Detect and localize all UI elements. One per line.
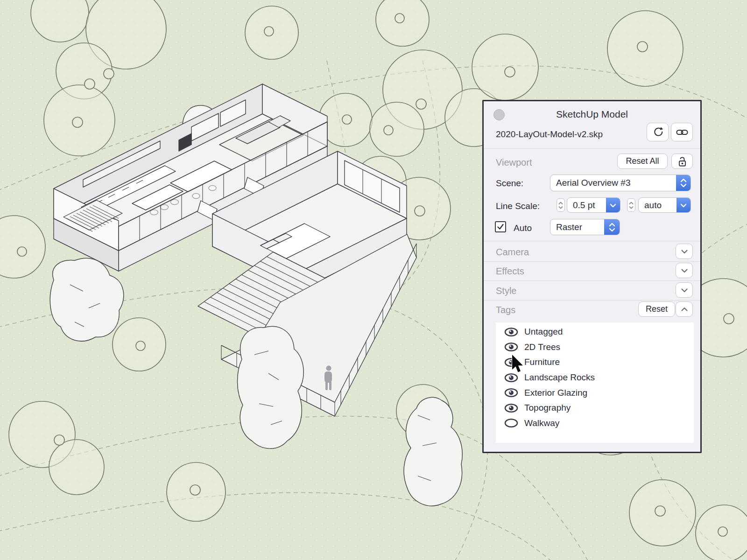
style-section-label: Style — [496, 285, 516, 296]
tag-row[interactable]: Exterior Glazing — [496, 385, 694, 400]
auto-label: Auto — [514, 223, 532, 233]
tags-reset-label: Reset — [646, 304, 668, 314]
effects-section-label: Effects — [496, 266, 524, 277]
chevron-down-icon — [677, 198, 691, 212]
model-filename: 2020-LayOut-Model-v2.skp — [496, 129, 603, 140]
tag-row[interactable]: Untagged — [496, 324, 694, 340]
effects-expand-button[interactable] — [676, 263, 693, 278]
sketchup-model-panel: SketchUp Model 2020-LayOut-Model-v2.skp … — [482, 100, 702, 453]
divider — [484, 241, 700, 241]
tag-label: Landscape Rocks — [524, 372, 595, 383]
chevron-down-icon — [606, 198, 620, 212]
eye-visible-icon[interactable] — [504, 327, 518, 337]
chevron-up-down-icon — [676, 175, 691, 191]
tag-label: Untagged — [524, 327, 563, 337]
divider — [484, 148, 700, 149]
chevron-up-down-icon — [604, 219, 620, 235]
line-scale-label: Line Scale: — [496, 201, 540, 211]
eye-visible-icon[interactable] — [504, 342, 518, 352]
stepper-chevrons-icon — [628, 200, 634, 210]
link-icon — [675, 126, 689, 139]
render-mode-select[interactable]: Raster — [550, 219, 620, 235]
auto-checkbox[interactable] — [495, 221, 506, 232]
line-scale-size-value: 0.5 pt — [567, 198, 606, 212]
line-scale-size-select[interactable]: 0.5 pt — [567, 197, 620, 213]
panel-title: SketchUp Model — [484, 109, 700, 120]
line-scale-mode-stepper[interactable] — [627, 198, 635, 212]
camera-expand-button[interactable] — [676, 244, 693, 259]
tag-label: Topography — [524, 403, 571, 413]
reset-all-label: Reset All — [626, 156, 659, 166]
chevron-down-icon — [679, 285, 690, 295]
cursor-arrow — [511, 354, 526, 375]
tag-label: 2D Trees — [524, 342, 560, 352]
eye-visible-icon[interactable] — [504, 403, 518, 413]
eye-hidden-icon[interactable] — [504, 418, 518, 428]
scene-value: Aerial Overview #3 — [550, 175, 676, 191]
stepper-chevrons-icon — [558, 200, 564, 210]
chevron-down-icon — [679, 266, 690, 276]
refresh-icon — [651, 126, 664, 139]
tags-collapse-button[interactable] — [676, 301, 693, 317]
line-scale-mode-select[interactable]: auto — [638, 197, 691, 213]
tags-section-label: Tags — [496, 304, 515, 315]
scene-label: Scene: — [496, 178, 523, 189]
tag-label: Walkway — [524, 418, 559, 428]
tags-reset-button[interactable]: Reset — [638, 301, 675, 317]
tag-row[interactable]: 2D Trees — [496, 340, 694, 355]
lock-viewport-button[interactable] — [671, 154, 693, 169]
eye-visible-icon[interactable] — [504, 388, 518, 398]
reset-all-button[interactable]: Reset All — [617, 154, 668, 169]
refresh-model-button[interactable] — [647, 123, 669, 141]
tag-row[interactable]: Topography — [496, 400, 694, 416]
lock-unlocked-icon — [676, 155, 688, 168]
tags-list: Untagged 2D Trees Furniture Landscape Ro… — [496, 322, 694, 443]
line-scale-stepper[interactable] — [557, 198, 565, 212]
camera-section-label: Camera — [496, 246, 529, 258]
tag-label: Furniture — [524, 357, 560, 367]
tag-row[interactable]: Walkway — [496, 416, 694, 431]
render-mode-value: Raster — [550, 219, 604, 235]
style-expand-button[interactable] — [676, 282, 693, 298]
line-scale-mode-value: auto — [639, 198, 677, 212]
link-reference-button[interactable] — [671, 123, 693, 141]
checkbox-check-icon — [496, 223, 505, 231]
chevron-down-icon — [679, 246, 690, 257]
divider — [484, 300, 700, 301]
scene-select[interactable]: Aerial Overview #3 — [550, 175, 691, 191]
divider — [484, 261, 700, 262]
layout-canvas: SketchUp Model 2020-LayOut-Model-v2.skp … — [0, 0, 747, 560]
viewport-section-label: Viewport — [496, 157, 532, 168]
divider — [484, 280, 700, 281]
chevron-up-icon — [679, 304, 690, 315]
tag-label: Exterior Glazing — [524, 388, 587, 398]
